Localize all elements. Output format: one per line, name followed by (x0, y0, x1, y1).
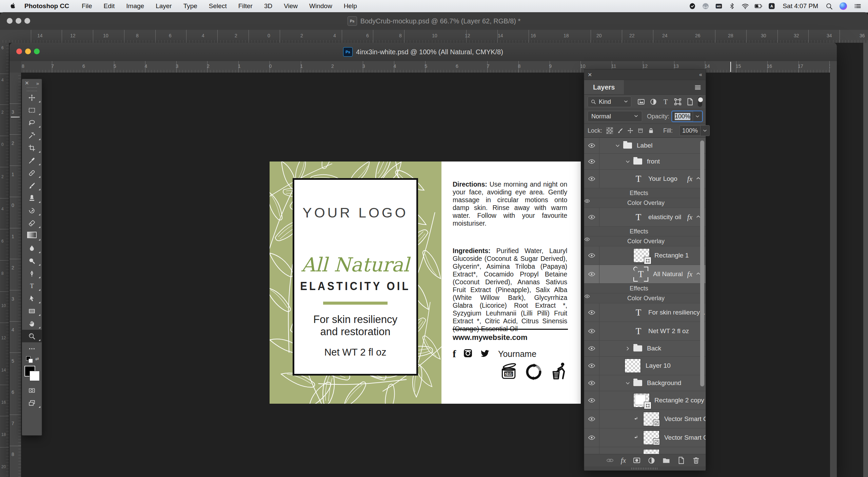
visibility-eye-icon[interactable] (584, 303, 599, 322)
spotlight-icon[interactable] (824, 2, 834, 11)
expand-panel-icon[interactable]: » (36, 80, 39, 86)
effect-color-overlay[interactable]: Color Overlay (584, 236, 706, 246)
visibility-eye-icon[interactable] (584, 246, 599, 265)
layer-name[interactable]: elasticity oil (648, 213, 681, 221)
visibility-eye-icon[interactable] (584, 428, 599, 447)
eraser-tool[interactable] (22, 217, 42, 229)
layer-name[interactable]: All Natural (653, 270, 683, 278)
menu-type[interactable]: Type (178, 2, 203, 9)
front-window-titlebar[interactable]: Ps 4inx3in-white.psd @ 100% (All Natural… (9, 43, 837, 61)
delete-layer-icon[interactable] (692, 456, 700, 464)
layer-row-rectangle-2-copy-2[interactable]: Rectangle 2 copy 2 (584, 391, 706, 410)
apple-menu-icon[interactable] (8, 2, 18, 11)
window-scrollbar-gutter[interactable] (830, 61, 837, 477)
chevron-down-icon[interactable] (625, 159, 631, 164)
creative-cloud-icon[interactable] (701, 2, 711, 11)
chevron-right-icon[interactable] (625, 346, 631, 351)
visibility-eye-icon[interactable] (584, 154, 599, 169)
bluetooth-icon[interactable] (727, 2, 737, 11)
layer-row-vector-smart-o-[interactable]: Vector Smart O... (584, 410, 706, 428)
wifi-icon[interactable] (740, 2, 750, 11)
edit-toolbar-button[interactable] (22, 342, 42, 355)
close-icon[interactable]: ✕ (25, 80, 29, 86)
layer-row-vector-smart-o-[interactable]: Vector Smart O... (584, 428, 706, 447)
panel-resize-grip[interactable] (584, 466, 706, 471)
lock-pixels-icon[interactable] (617, 127, 623, 135)
panel-menu-icon[interactable] (694, 80, 706, 94)
layer-name[interactable]: Back (647, 345, 661, 352)
layer-style-icon[interactable]: fx (621, 456, 626, 465)
layer-thumbnail[interactable] (643, 431, 659, 445)
visibility-eye-icon[interactable] (584, 391, 599, 409)
layer-row-label[interactable]: Label (584, 138, 706, 154)
blur-tool[interactable] (22, 242, 42, 254)
visibility-eye-icon[interactable] (584, 265, 599, 283)
horizontal-type-tool[interactable]: T (22, 280, 42, 292)
horizontal-ruler[interactable]: 876543210123456789101112131415161718 (21, 61, 830, 73)
layer-thumbnail[interactable] (625, 359, 641, 373)
layer-name[interactable]: For skin resiliency ... (648, 309, 706, 316)
new-layer-icon[interactable] (677, 456, 685, 464)
pixel-layer-filter-icon[interactable] (636, 97, 646, 107)
magic-wand-tool[interactable] (22, 129, 42, 141)
visibility-eye-icon[interactable] (584, 447, 599, 454)
foreground-background-swatches[interactable] (24, 366, 39, 381)
layers-scrollbar[interactable] (700, 140, 704, 386)
password-check-icon[interactable] (687, 2, 697, 11)
visibility-eye-icon[interactable] (584, 357, 599, 375)
layer-name[interactable]: Vector Smart O... (664, 415, 706, 423)
menu-image[interactable]: Image (120, 2, 150, 9)
collapse-panel-icon[interactable]: « (699, 72, 702, 78)
opacity-field[interactable]: 100% (672, 111, 702, 121)
document-canvas[interactable]: YOUR LOGO All Natural ELASTICITY OIL For… (270, 161, 581, 404)
layer-fx-badge[interactable]: fx (687, 270, 692, 279)
layer-row-elasticity-oil[interactable]: Telasticity oilfx (584, 208, 706, 227)
layer-row-your-logo[interactable]: TYour Logofx (584, 170, 706, 188)
layer-name[interactable]: Rectangle 1 (654, 252, 689, 259)
link-layers-icon[interactable] (606, 456, 614, 464)
rectangular-marquee-tool[interactable] (22, 104, 42, 116)
layer-mask-icon[interactable] (633, 456, 641, 464)
shape-layer-filter-icon[interactable] (673, 97, 683, 107)
layer-row-vector-smart-o-[interactable]: Vector Smart O... (584, 447, 706, 454)
chevron-down-icon[interactable] (625, 381, 631, 386)
menu-app-name[interactable]: Photoshop CC (18, 2, 76, 10)
effect-color-overlay[interactable]: Color Overlay (584, 293, 706, 303)
layer-name[interactable]: Your Logo (648, 175, 677, 183)
quick-mask-button[interactable] (22, 384, 42, 397)
background-window-titlebar[interactable]: Ps BodyCrub-mockup.psd @ 66.7% (Layer 62… (0, 12, 868, 30)
smart-object-filter-icon[interactable] (685, 97, 695, 107)
adjustment-layer-filter-icon[interactable] (648, 97, 658, 107)
layer-name[interactable]: Vector Smart O... (664, 434, 706, 441)
lock-position-icon[interactable] (627, 127, 633, 135)
move-tool[interactable] (22, 91, 42, 104)
siri-icon[interactable] (838, 2, 848, 11)
menu-edit[interactable]: Edit (98, 2, 121, 9)
zoom-tool[interactable] (22, 330, 42, 342)
menu-view[interactable]: View (278, 2, 303, 9)
layer-name[interactable]: Vector Smart O... (664, 453, 706, 454)
layer-row-back[interactable]: Back (584, 341, 706, 357)
layer-name[interactable]: Label (637, 142, 653, 149)
rectangle-shape-tool[interactable] (22, 305, 42, 317)
menu-file[interactable]: File (76, 2, 98, 9)
lock-artboard-icon[interactable] (637, 127, 644, 135)
background-color-swatch[interactable] (30, 371, 39, 381)
path-selection-tool[interactable] (22, 292, 42, 305)
fill-field[interactable]: 100% (679, 126, 710, 136)
crop-tool[interactable] (22, 141, 42, 154)
layer-name[interactable]: front (647, 158, 660, 165)
layer-row-rectangle-1[interactable]: Rectangle 1 (584, 246, 706, 265)
layer-row-for-skin-resiliency-[interactable]: TFor skin resiliency ... (584, 303, 706, 322)
visibility-eye-icon[interactable] (584, 410, 599, 428)
effects-header[interactable]: Effects (584, 227, 706, 236)
brush-tool[interactable] (22, 179, 42, 192)
menu-select[interactable]: Select (203, 2, 233, 9)
lasso-tool[interactable] (22, 116, 42, 129)
gradient-tool[interactable] (22, 229, 42, 242)
vertical-ruler[interactable]: 321012345678910 (9, 73, 21, 477)
lock-transparency-icon[interactable] (606, 127, 613, 135)
layer-fx-badge[interactable]: fx (687, 175, 692, 183)
layer-row-front[interactable]: front (584, 154, 706, 170)
menu-help[interactable]: Help (338, 2, 363, 9)
